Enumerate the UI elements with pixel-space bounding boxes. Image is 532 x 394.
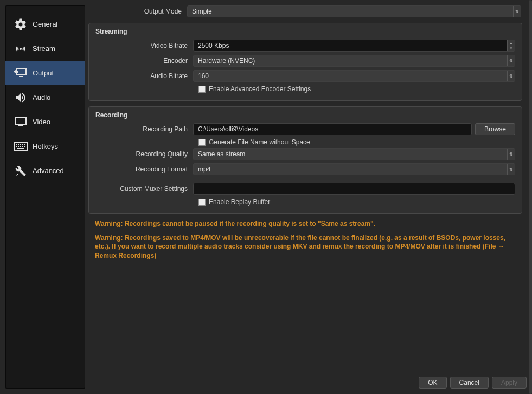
enable-advanced-label: Enable Advanced Encoder Settings: [209, 85, 311, 93]
sidebar-item-label: General: [33, 20, 57, 28]
encoder-select[interactable]: Hardware (NVENC) ⇅: [193, 55, 515, 67]
recording-title: Recording: [95, 111, 515, 119]
sidebar-item-label: Stream: [33, 45, 55, 53]
sidebar-item-stream[interactable]: Stream: [5, 36, 85, 61]
warning-2: Warning: Recordings saved to MP4/MOV wil…: [95, 233, 520, 260]
enable-advanced-checkbox[interactable]: [198, 86, 206, 93]
recording-format-label: Recording Format: [95, 166, 193, 173]
gear-icon: [13, 17, 28, 32]
chevron-updown-icon: ⇅: [508, 164, 515, 175]
browse-button[interactable]: Browse: [475, 123, 515, 135]
sidebar-item-advanced[interactable]: Advanced: [5, 158, 85, 183]
output-mode-select[interactable]: Simple ⇅: [187, 5, 521, 17]
recording-path-label: Recording Path: [95, 125, 193, 133]
recording-panel: Recording Recording Path C:\Users\olli9\…: [88, 106, 522, 214]
chevron-up-icon[interactable]: ▲: [508, 40, 515, 46]
video-bitrate-input[interactable]: 2500 Kbps ▲▼: [193, 40, 515, 52]
muxer-label: Custom Muxer Settings: [95, 185, 193, 193]
svg-rect-7: [20, 144, 21, 145]
chevron-updown-icon: ⇅: [508, 55, 515, 66]
svg-rect-15: [17, 148, 24, 149]
sidebar-item-label: Output: [33, 69, 54, 77]
scrollbar[interactable]: [529, 0, 532, 394]
video-bitrate-label: Video Bitrate: [95, 42, 193, 49]
svg-rect-11: [18, 146, 19, 147]
svg-rect-2: [15, 117, 26, 124]
gen-no-space-checkbox[interactable]: [198, 139, 206, 146]
streaming-title: Streaming: [95, 28, 515, 35]
svg-rect-13: [22, 146, 23, 147]
svg-rect-14: [24, 146, 25, 147]
chevron-updown-icon: ⇅: [508, 71, 515, 81]
antenna-icon: [13, 41, 28, 56]
tools-icon: [13, 163, 28, 179]
svg-rect-1: [19, 76, 23, 77]
replay-buffer-checkbox[interactable]: [198, 199, 206, 206]
svg-rect-6: [18, 144, 19, 145]
svg-rect-9: [24, 144, 25, 145]
output-mode-label: Output Mode: [89, 8, 187, 15]
monitor-arrow-icon: [13, 66, 28, 81]
svg-rect-3: [18, 125, 23, 126]
sidebar-item-general[interactable]: General: [5, 12, 85, 36]
output-mode-row: Output Mode Simple ⇅: [88, 5, 522, 17]
svg-rect-8: [22, 144, 23, 145]
sidebar-item-output[interactable]: Output: [5, 61, 85, 85]
monitor-icon: [13, 115, 28, 130]
recording-quality-label: Recording Quality: [95, 150, 193, 158]
footer: OK Cancel Apply: [88, 372, 527, 389]
muxer-input[interactable]: [193, 183, 515, 195]
audio-bitrate-select[interactable]: 160 ⇅: [193, 70, 515, 82]
gen-no-space-label: Generate File Name without Space: [209, 138, 310, 146]
cancel-button[interactable]: Cancel: [450, 377, 489, 389]
warning-1: Warning: Recordings cannot be paused if …: [95, 219, 520, 228]
encoder-label: Encoder: [95, 57, 193, 65]
replay-buffer-label: Enable Replay Buffer: [209, 198, 270, 206]
streaming-panel: Streaming Video Bitrate 2500 Kbps ▲▼ Enc…: [88, 23, 522, 101]
recording-path-input[interactable]: C:\Users\olli9\Videos: [193, 123, 472, 135]
recording-quality-select[interactable]: Same as stream ⇅: [193, 148, 515, 160]
chevron-down-icon[interactable]: ▼: [508, 46, 515, 51]
sidebar-item-hotkeys[interactable]: Hotkeys: [5, 134, 85, 158]
keyboard-icon: [13, 139, 28, 154]
sidebar-item-label: Hotkeys: [33, 142, 58, 150]
recording-format-select[interactable]: mp4 ⇅: [193, 163, 515, 175]
svg-rect-5: [16, 144, 17, 145]
ok-button[interactable]: OK: [419, 377, 446, 389]
chevron-updown-icon: ⇅: [508, 149, 515, 160]
sidebar-item-label: Video: [33, 118, 50, 126]
sidebar-item-audio[interactable]: Audio: [5, 85, 85, 110]
speaker-icon: [13, 90, 28, 105]
svg-rect-10: [16, 146, 17, 147]
svg-rect-12: [20, 146, 21, 147]
sidebar: General Stream Output Audio Video: [5, 5, 85, 389]
chevron-updown-icon: ⇅: [514, 6, 521, 17]
audio-bitrate-label: Audio Bitrate: [95, 72, 193, 80]
sidebar-item-label: Audio: [33, 93, 50, 101]
apply-button[interactable]: Apply: [492, 377, 527, 389]
sidebar-item-video[interactable]: Video: [5, 110, 85, 134]
sidebar-item-label: Advanced: [33, 167, 64, 175]
